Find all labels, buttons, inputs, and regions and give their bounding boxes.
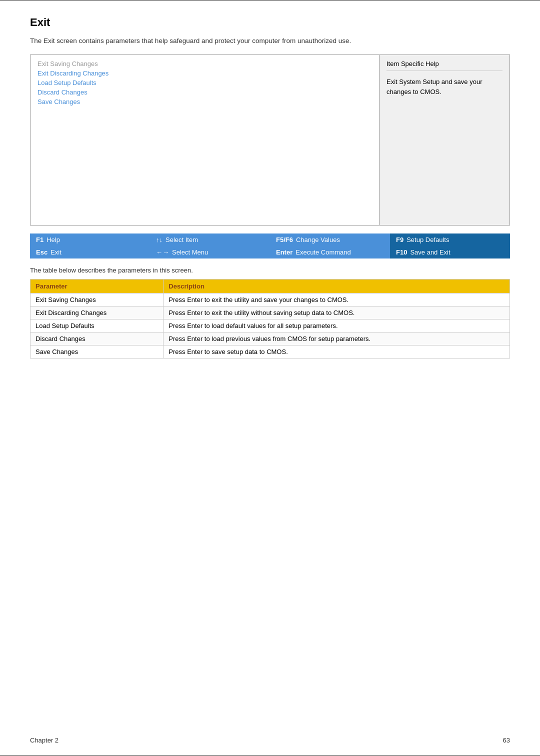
table-row: Discard ChangesPress Enter to load previ… — [30, 332, 510, 346]
page-number: 63 — [503, 736, 510, 744]
table-header-parameter: Parameter — [30, 280, 164, 294]
bios-menu-item-4[interactable]: Save Changes — [38, 98, 372, 106]
bios-screen: Exit Saving ChangesExit Discarding Chang… — [30, 54, 510, 226]
keybar-key: ↑↓ — [156, 236, 162, 244]
bios-right-panel: Item Specific Help Exit System Setup and… — [380, 55, 510, 225]
keybar-desc: Setup Defaults — [406, 236, 449, 244]
footer: Chapter 2 63 — [0, 730, 540, 751]
keybar-desc: Execute Command — [296, 248, 351, 256]
bios-left-panel: Exit Saving ChangesExit Discarding Chang… — [30, 55, 380, 225]
param-desc: Press Enter to exit the utility and save… — [164, 294, 510, 306]
keybar-desc: Select Item — [166, 236, 198, 244]
item-specific-help-text: Exit System Setup and save your changes … — [386, 77, 502, 96]
keybar-desc: Exit — [50, 248, 62, 256]
page-title: Exit — [30, 16, 510, 29]
keybar-desc: Help — [46, 236, 60, 244]
bios-menu-item-2[interactable]: Load Setup Defaults — [38, 79, 372, 86]
param-name: Exit Discarding Changes — [30, 306, 164, 320]
param-desc: Press Enter to load default values for a… — [164, 320, 510, 332]
keybar-cell-r1c2: EnterExecute Command — [270, 246, 390, 258]
table-header-description: Description — [164, 280, 510, 294]
keybar-cell-r0c1: ↑↓Select Item — [150, 234, 270, 246]
table-row: Exit Discarding ChangesPress Enter to ex… — [30, 306, 510, 320]
keybar-cell-r0c3: F9Setup Defaults — [390, 234, 510, 246]
keybar-key: Enter — [276, 248, 292, 256]
keybar-cell-r1c0: EscExit — [30, 246, 150, 258]
parameter-table: Parameter Description Exit Saving Change… — [30, 279, 510, 358]
desc-text: The table below describes the parameters… — [30, 266, 510, 274]
item-specific-help-title: Item Specific Help — [386, 60, 502, 71]
bios-menu-item-0[interactable]: Exit Saving Changes — [38, 60, 372, 68]
bios-menu-item-1[interactable]: Exit Discarding Changes — [38, 70, 372, 77]
chapter-label: Chapter 2 — [30, 736, 58, 744]
keybar-key: ←→ — [156, 248, 169, 256]
param-name: Discard Changes — [30, 332, 164, 346]
param-name: Exit Saving Changes — [30, 294, 164, 306]
keybar-key: F9 — [396, 236, 404, 244]
keybar-cell-r1c3: F10Save and Exit — [390, 246, 510, 258]
param-name: Save Changes — [30, 346, 164, 358]
param-name: Load Setup Defaults — [30, 320, 164, 332]
bios-wrapper: Exit Saving ChangesExit Discarding Chang… — [30, 54, 510, 258]
intro-text: The Exit screen contains parameters that… — [30, 37, 510, 44]
keybar-key: F5/F6 — [276, 236, 293, 244]
keybar-key: F1 — [36, 236, 44, 244]
key-bar: F1Help↑↓Select ItemF5/F6Change ValuesF9S… — [30, 234, 510, 258]
table-row: Load Setup DefaultsPress Enter to load d… — [30, 320, 510, 332]
keybar-cell-r1c1: ←→Select Menu — [150, 246, 270, 258]
keybar-cell-r0c0: F1Help — [30, 234, 150, 246]
bios-menu-item-3[interactable]: Discard Changes — [38, 88, 372, 96]
param-desc: Press Enter to load previous values from… — [164, 332, 510, 346]
param-desc: Press Enter to exit the utility without … — [164, 306, 510, 320]
main-content: Exit The Exit screen contains parameters… — [0, 1, 540, 388]
keybar-cell-r0c2: F5/F6Change Values — [270, 234, 390, 246]
param-desc: Press Enter to save setup data to CMOS. — [164, 346, 510, 358]
table-row: Exit Saving ChangesPress Enter to exit t… — [30, 294, 510, 306]
table-body: Exit Saving ChangesPress Enter to exit t… — [30, 294, 510, 358]
keybar-desc: Change Values — [296, 236, 340, 244]
table-row: Save ChangesPress Enter to save setup da… — [30, 346, 510, 358]
keybar-desc: Save and Exit — [410, 248, 450, 256]
keybar-desc: Select Menu — [172, 248, 208, 256]
keybar-key: F10 — [396, 248, 407, 256]
keybar-key: Esc — [36, 248, 48, 256]
